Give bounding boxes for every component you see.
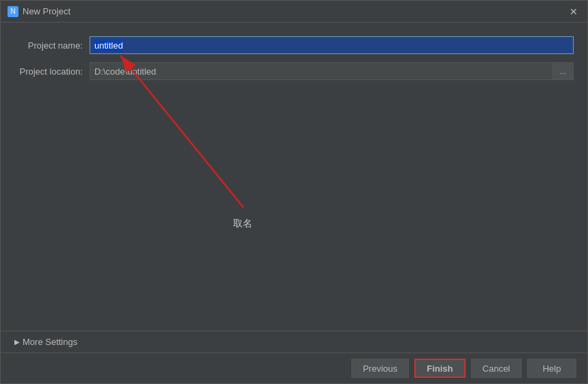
- dialog-footer: Previous Finish Cancel Help: [1, 353, 587, 383]
- previous-button[interactable]: Previous: [351, 359, 410, 378]
- project-name-input[interactable]: [90, 36, 574, 54]
- project-name-label: Project name:: [14, 40, 90, 51]
- project-location-label: Project location:: [14, 66, 90, 77]
- app-icon-letter: N: [10, 8, 15, 15]
- help-button[interactable]: Help: [527, 359, 576, 378]
- browse-button[interactable]: ...: [553, 62, 574, 80]
- annotation-text: 取名: [233, 218, 252, 230]
- dialog-title: New Project: [23, 6, 70, 16]
- dialog-content: Project name: Project location: ...: [1, 23, 587, 331]
- more-settings-section[interactable]: ▶ More Settings: [1, 331, 587, 353]
- finish-button[interactable]: Finish: [414, 359, 465, 378]
- location-field-group: ...: [90, 62, 574, 80]
- close-button[interactable]: ✕: [567, 5, 580, 18]
- more-settings-label: More Settings: [23, 337, 77, 347]
- cancel-button[interactable]: Cancel: [471, 359, 522, 378]
- title-bar: N New Project ✕: [1, 1, 587, 23]
- app-icon: N: [8, 6, 18, 17]
- project-location-row: Project location: ...: [14, 62, 574, 80]
- title-bar-left: N New Project: [8, 6, 70, 17]
- project-location-input[interactable]: [90, 62, 553, 80]
- dialog-new-project: N New Project ✕ Project name: Project lo…: [0, 0, 588, 384]
- project-name-row: Project name:: [14, 36, 574, 54]
- more-settings-chevron-icon: ▶: [14, 338, 20, 346]
